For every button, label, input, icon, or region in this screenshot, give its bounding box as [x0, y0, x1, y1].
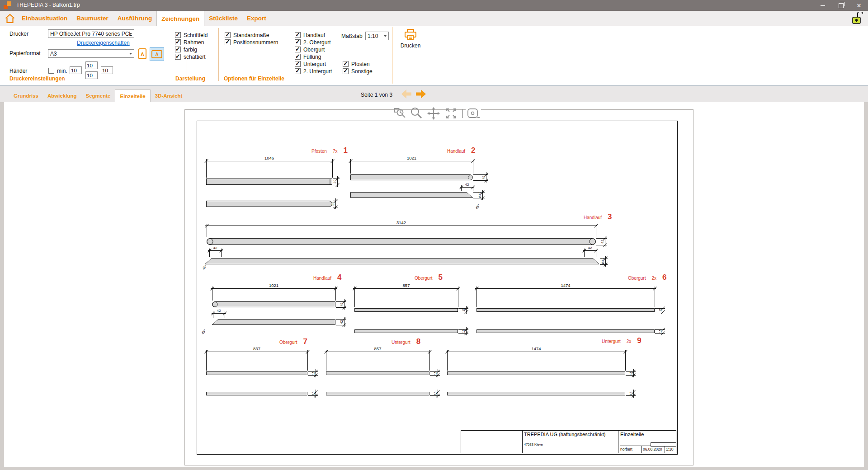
prev-page-arrow[interactable]: [401, 89, 412, 99]
close-button[interactable]: ✕: [850, 0, 868, 11]
tab-3d-ansicht[interactable]: 3D-Ansicht: [151, 89, 187, 102]
checkbox-obergurt[interactable]: [295, 47, 301, 52]
portrait-page-icon[interactable]: A: [137, 47, 148, 60]
dimension-label: 1046: [251, 155, 288, 160]
dimension-line: [205, 352, 309, 352]
zoom-icon[interactable]: [410, 107, 423, 120]
tab-baumuster[interactable]: Baumuster: [72, 11, 113, 26]
fit-view-icon[interactable]: [444, 107, 458, 120]
dimension-line: [446, 352, 627, 352]
group-label-druckereinstellungen: Druckereinstellungen: [9, 75, 65, 82]
drucken-label: Drucken: [401, 42, 421, 49]
home-icon[interactable]: [5, 13, 15, 24]
tab-st-ckliste[interactable]: Stückliste: [204, 11, 242, 26]
part-label: Handlauf2: [447, 147, 476, 154]
drucken-button[interactable]: Drucken: [396, 28, 425, 49]
extension-line: [354, 287, 355, 307]
checkbox-untergurt[interactable]: [295, 61, 301, 67]
minimize-icon: [821, 5, 825, 6]
landscape-page-icon[interactable]: A: [150, 47, 164, 61]
part-bar: [207, 238, 596, 245]
tab-einbausituation[interactable]: Einbausituation: [17, 11, 72, 26]
checkbox-positionsnummern[interactable]: [225, 39, 231, 45]
dimension-label: Ø42: [601, 255, 605, 268]
restore-button[interactable]: [832, 0, 850, 11]
dimension-line: [325, 352, 431, 352]
part-quantity: 7x: [333, 149, 338, 154]
checkbox-label: 2. Untergurt: [303, 68, 332, 75]
title-block-tab: [651, 442, 676, 446]
massstab-select[interactable]: 1:10: [365, 32, 389, 40]
tab-ausf-hrung[interactable]: Ausführung: [113, 11, 157, 26]
part-label: Untergurt8: [392, 338, 420, 345]
checkbox-sonstige[interactable]: [343, 68, 349, 74]
margin-bottom-input[interactable]: [85, 71, 98, 79]
dimension-label: 1021: [256, 283, 292, 288]
checkbox-schriftfeld[interactable]: [175, 32, 181, 38]
margin-left-input[interactable]: [70, 66, 82, 74]
checkbox-schattiert[interactable]: [175, 54, 181, 60]
part-bar: [350, 192, 473, 198]
zoom-window-icon[interactable]: [393, 107, 407, 120]
checkbox-rahmen[interactable]: [175, 39, 181, 45]
minimize-button[interactable]: [814, 0, 832, 11]
app-logo-icon: [4, 1, 12, 9]
dimension-line: [475, 288, 656, 289]
checkbox-label: farbig: [184, 47, 197, 53]
dimension-line: [205, 161, 334, 161]
drawing-canvas[interactable]: TREPEDIA UG (haftungsbeschränkt) 47533 K…: [4, 102, 864, 467]
checkbox-standardmaße[interactable]: [225, 32, 231, 38]
title-block-divider: [642, 446, 642, 453]
checkbox-row: Schriftfeld: [175, 32, 208, 38]
checkbox-row: Füllung: [295, 54, 332, 60]
checkbox-label: Füllung: [303, 54, 321, 60]
sheet-name: Einzelteile: [620, 432, 644, 437]
dimension-label: 42: [481, 171, 486, 183]
margin-right-input[interactable]: [101, 66, 113, 74]
massstab-label: Maßstab: [341, 33, 363, 39]
part-number: 6: [662, 274, 666, 281]
titlebar: TREPEDIA 3 - Balkon1.trp ✕: [0, 0, 868, 11]
checkbox-handlauf[interactable]: [295, 32, 301, 38]
dimension-label: 15: [658, 325, 662, 338]
group-separator: [392, 27, 392, 84]
open-lock-icon[interactable]: [852, 12, 863, 26]
part-bar: [206, 392, 307, 395]
dimension-label: 42: [201, 309, 237, 313]
tab-einzelteile[interactable]: Einzelteile: [115, 89, 150, 102]
checkbox-pfosten[interactable]: [343, 61, 349, 67]
chevron-down-icon: [384, 35, 387, 37]
tab-abwicklung[interactable]: Abwicklung: [43, 89, 81, 102]
tab-grundriss[interactable]: Grundriss: [9, 89, 43, 102]
tab-zeichnungen[interactable]: Zeichnungen: [156, 11, 204, 26]
checkbox-2-obergurt[interactable]: [295, 39, 301, 45]
tab-segmente[interactable]: Segmente: [81, 89, 115, 102]
next-page-arrow[interactable]: [415, 89, 427, 99]
printer-properties-link[interactable]: Druckereigenschaften: [77, 40, 130, 46]
checkbox-label: Rahmen: [184, 39, 204, 46]
extension-line: [476, 287, 477, 307]
checkbox-farbig[interactable]: [175, 47, 181, 52]
group-label-optionen: Optionen für Einzelteile: [224, 75, 284, 82]
group-separator: [218, 28, 219, 81]
measure-icon[interactable]: [466, 107, 481, 120]
checkbox-row: Sonstige: [343, 68, 373, 74]
raender-label: Ränder: [9, 68, 27, 74]
dimension-label: 42: [340, 298, 344, 310]
min-checkbox[interactable]: [48, 68, 54, 74]
part-name: Handlauf: [313, 276, 331, 281]
pan-icon[interactable]: [427, 107, 440, 120]
dimension-line: [205, 226, 597, 226]
checkbox-füllung[interactable]: [295, 54, 301, 60]
tab-export[interactable]: Export: [242, 11, 271, 26]
part-bar: [326, 392, 429, 395]
paper-format-select[interactable]: A3: [48, 49, 134, 58]
printer-select[interactable]: HP OfficeJet Pro 7740 series PCL: [48, 29, 134, 38]
part-name: Untergurt: [602, 339, 621, 344]
margin-top-input[interactable]: [85, 61, 98, 69]
dimension-label: 15: [433, 367, 437, 380]
checkbox-2-untergurt[interactable]: [295, 68, 301, 74]
dimension-label: 15: [433, 387, 437, 400]
dimension-label: 15: [462, 325, 466, 338]
checkbox-row: schattiert: [175, 54, 208, 60]
